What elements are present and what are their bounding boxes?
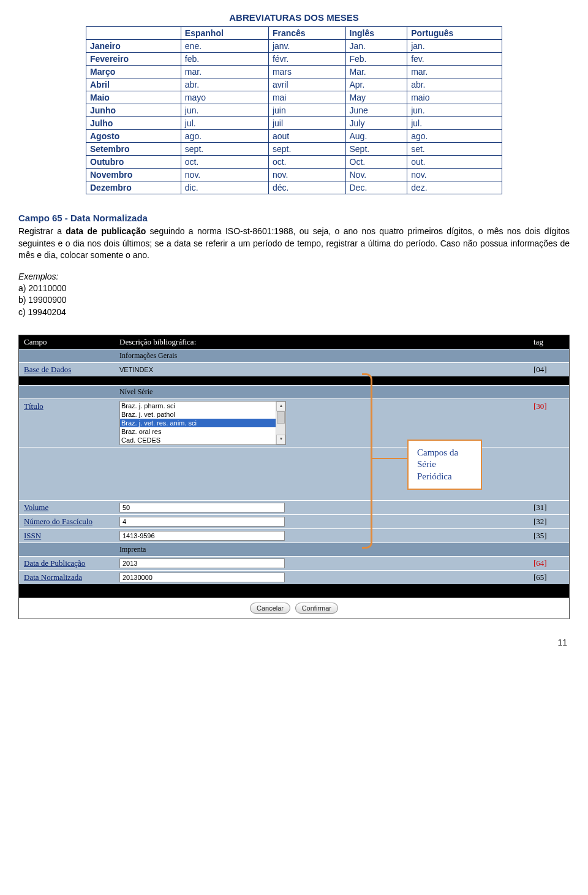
input-datanorm[interactable] bbox=[119, 573, 285, 582]
table-row: Marçomar.marsMar.mar. bbox=[86, 66, 502, 78]
table-row: Julhojul.juilJulyjul. bbox=[86, 117, 502, 130]
abbrev-table: EspanholFrancêsInglêsPortuguês Janeiroen… bbox=[86, 26, 502, 194]
titulo-listbox[interactable]: Braz. j. pharm. sciBraz. j. vet. patholB… bbox=[119, 401, 286, 445]
table-cell: Fevereiro bbox=[86, 53, 181, 66]
table-header: Espanhol bbox=[181, 27, 268, 40]
table-cell: set. bbox=[407, 143, 502, 156]
table-cell: July bbox=[345, 117, 407, 130]
header-campo: Campo bbox=[19, 335, 115, 349]
value-base: VETINDEX bbox=[119, 366, 153, 373]
table-cell: oct. bbox=[268, 156, 345, 169]
table-row: Abrilabr.avrilApr.abr. bbox=[86, 78, 502, 91]
table-cell: Sept. bbox=[345, 143, 407, 156]
label-volume[interactable]: Volume bbox=[19, 500, 115, 514]
table-cell: Nov. bbox=[345, 169, 407, 181]
page-title: ABREVIATURAS DOS MESES bbox=[18, 12, 570, 23]
table-cell: Mar. bbox=[345, 66, 407, 78]
table-cell: Abril bbox=[86, 78, 181, 91]
table-cell: sept. bbox=[268, 143, 345, 156]
list-item[interactable]: Braz. j. vet. res. anim. sci bbox=[120, 419, 285, 427]
table-cell: Oct. bbox=[345, 156, 407, 169]
table-cell: déc. bbox=[268, 181, 345, 194]
table-cell: dic. bbox=[181, 181, 268, 194]
section-heading: Campo 65 - Data Normalizada bbox=[18, 213, 570, 223]
bracket-decoration bbox=[362, 373, 372, 549]
table-cell: juil bbox=[268, 117, 345, 130]
confirm-button[interactable]: Confirmar bbox=[295, 603, 338, 614]
table-cell: févr. bbox=[268, 53, 345, 66]
list-item[interactable]: Braz. oral res bbox=[120, 427, 285, 436]
table-cell: Apr. bbox=[345, 78, 407, 91]
table-cell: maio bbox=[407, 91, 502, 104]
input-datapub[interactable] bbox=[119, 558, 285, 568]
list-item[interactable]: Cad. CEDES bbox=[120, 436, 285, 444]
label-datapub[interactable]: Data de Publicação bbox=[19, 556, 115, 570]
tag-datapub: [64] bbox=[529, 556, 569, 570]
table-cell: jul. bbox=[407, 117, 502, 130]
table-cell: Junho bbox=[86, 104, 181, 117]
label-base[interactable]: Base de Dados bbox=[19, 362, 115, 376]
header-desc: Descrição bibliográfica: bbox=[115, 335, 529, 349]
table-cell: mars bbox=[268, 66, 345, 78]
table-header: Francês bbox=[268, 27, 345, 40]
table-header bbox=[86, 27, 181, 40]
table-row: Dezembrodic.déc.Dec.dez. bbox=[86, 181, 502, 194]
table-cell: Setembro bbox=[86, 143, 181, 156]
tag-titulo: [30] bbox=[529, 398, 569, 447]
table-cell: nov. bbox=[407, 169, 502, 181]
table-cell: janv. bbox=[268, 40, 345, 53]
label-fasciculo[interactable]: Número do Fascículo bbox=[19, 514, 115, 528]
table-cell: juin bbox=[268, 104, 345, 117]
page-number: 11 bbox=[18, 638, 570, 647]
table-cell: dez. bbox=[407, 181, 502, 194]
tag-base: [04] bbox=[529, 362, 569, 376]
table-cell: Outubro bbox=[86, 156, 181, 169]
body-paragraph: Registrar a data de publicação seguindo … bbox=[18, 226, 570, 262]
table-cell: mayo bbox=[181, 91, 268, 104]
table-cell: abr. bbox=[407, 78, 502, 91]
table-cell: nov. bbox=[181, 169, 268, 181]
table-cell: Maio bbox=[86, 91, 181, 104]
table-cell: mar. bbox=[181, 66, 268, 78]
table-cell: June bbox=[345, 104, 407, 117]
scroll-down-icon[interactable]: ▾ bbox=[276, 435, 285, 444]
table-cell: avril bbox=[268, 78, 345, 91]
scrollbar[interactable]: ▴ ▾ bbox=[276, 402, 285, 444]
table-cell: jan. bbox=[407, 40, 502, 53]
label-issn[interactable]: ISSN bbox=[19, 528, 115, 543]
connector-line bbox=[371, 458, 407, 459]
label-titulo[interactable]: Título bbox=[19, 398, 115, 447]
input-issn[interactable] bbox=[119, 531, 285, 541]
table-cell: jul. bbox=[181, 117, 268, 130]
table-cell: Dec. bbox=[345, 181, 407, 194]
table-cell: ene. bbox=[181, 40, 268, 53]
table-row: Setembrosept.sept.Sept.set. bbox=[86, 143, 502, 156]
table-row: Fevereirofeb.févr.Feb.fev. bbox=[86, 53, 502, 66]
form-screenshot: Campo Descrição bibliográfica: tag Infor… bbox=[18, 335, 570, 619]
list-item[interactable]: Braz. j. pharm. sci bbox=[120, 402, 285, 410]
table-cell: aout bbox=[268, 130, 345, 143]
table-cell: out. bbox=[407, 156, 502, 169]
scroll-up-icon[interactable]: ▴ bbox=[276, 402, 285, 411]
table-cell: May bbox=[345, 91, 407, 104]
subheader-imprenta: Imprenta bbox=[115, 543, 569, 556]
input-volume[interactable] bbox=[119, 503, 285, 512]
table-cell: nov. bbox=[268, 169, 345, 181]
table-cell: Agosto bbox=[86, 130, 181, 143]
table-cell: Julho bbox=[86, 117, 181, 130]
label-datanorm[interactable]: Data Normalizada bbox=[19, 570, 115, 584]
examples-list: a) 20110000b) 19900900c) 19940204 bbox=[18, 283, 570, 319]
table-cell: mai bbox=[268, 91, 345, 104]
example-item: b) 19900900 bbox=[18, 294, 570, 307]
callout-text: Campos da Série Periódica bbox=[417, 448, 458, 481]
table-cell: Janeiro bbox=[86, 40, 181, 53]
input-fasciculo[interactable] bbox=[119, 517, 285, 527]
scroll-thumb[interactable] bbox=[277, 411, 285, 424]
example-item: c) 19940204 bbox=[18, 307, 570, 319]
table-cell: ago. bbox=[407, 130, 502, 143]
cancel-button[interactable]: Cancelar bbox=[250, 603, 290, 614]
list-item[interactable]: Braz. j. vet. pathol bbox=[120, 410, 285, 419]
table-row: Junhojun.juinJunejun. bbox=[86, 104, 502, 117]
table-cell: Jan. bbox=[345, 40, 407, 53]
table-cell: feb. bbox=[181, 53, 268, 66]
